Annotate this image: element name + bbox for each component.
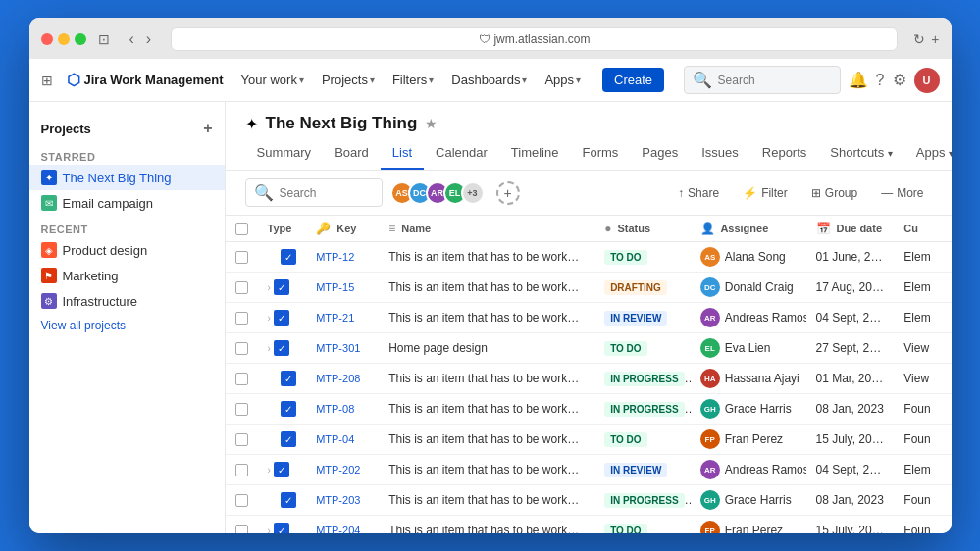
sidebar-item-email-campaign[interactable]: ✉ Email campaign [29, 190, 225, 216]
share-button[interactable]: ↑ Share [670, 182, 727, 204]
settings-icon[interactable]: ⚙ [893, 71, 906, 89]
close-button[interactable] [41, 33, 53, 45]
row-name-cell[interactable]: This is an item that has to be worked on [379, 394, 594, 425]
sidebar-toggle-icon[interactable]: ⊡ [98, 31, 110, 47]
add-member-button[interactable]: + [496, 181, 520, 205]
th-assignee[interactable]: 👤 Assignee [691, 216, 806, 242]
row-checkbox[interactable] [235, 281, 248, 294]
th-status[interactable]: ● Status [594, 216, 691, 242]
nav-projects[interactable]: Projects ▾ [314, 69, 383, 91]
status-badge[interactable]: IN REVIEW [604, 463, 667, 477]
status-badge[interactable]: IN REVIEW [604, 311, 667, 326]
help-icon[interactable]: ? [876, 72, 885, 89]
tab-reports[interactable]: Reports [750, 137, 819, 170]
group-button[interactable]: ⊞ Group [803, 182, 865, 204]
new-tab-icon[interactable]: + [931, 31, 939, 47]
row-checkbox[interactable] [235, 342, 248, 355]
th-extra[interactable]: Cu [894, 216, 951, 242]
issue-key[interactable]: MTP-204 [316, 525, 360, 533]
back-button[interactable]: ‹ [126, 28, 138, 50]
status-badge[interactable]: DRAFTING [604, 280, 667, 295]
avatar-count[interactable]: +3 [461, 181, 485, 205]
th-type[interactable]: Type [258, 216, 307, 242]
nav-apps[interactable]: Apps ▾ [537, 69, 589, 91]
tab-pages[interactable]: Pages [630, 137, 690, 170]
row-checkbox[interactable] [235, 525, 248, 534]
row-checkbox[interactable] [235, 373, 248, 385]
row-name-cell[interactable]: This is an item that has to be worked on [379, 273, 594, 303]
th-due-date[interactable]: 📅 Due date [806, 216, 895, 242]
row-name-cell[interactable]: Home page design [379, 333, 594, 364]
list-search-input[interactable] [280, 186, 374, 200]
status-badge[interactable]: IN PROGRESS [604, 402, 684, 417]
tab-timeline[interactable]: Timeline [499, 137, 571, 170]
nav-your-work[interactable]: Your work ▾ [233, 69, 312, 91]
nav-dashboards[interactable]: Dashboards ▾ [443, 69, 535, 91]
issue-key[interactable]: MTP-202 [316, 464, 360, 476]
tab-board[interactable]: Board [323, 137, 381, 170]
global-search[interactable]: 🔍 [684, 66, 841, 94]
row-checkbox[interactable] [235, 494, 248, 507]
tab-forms[interactable]: Forms [570, 137, 630, 170]
row-name-cell[interactable]: This is an item that has to be worked on [379, 242, 594, 273]
expand-arrow[interactable]: › [268, 526, 271, 534]
tab-summary[interactable]: Summary [245, 137, 324, 170]
row-checkbox[interactable] [235, 251, 248, 264]
th-key[interactable]: 🔑 Key [306, 216, 379, 242]
issue-key[interactable]: MTP-208 [316, 373, 360, 384]
issue-key[interactable]: MTP-21 [316, 312, 354, 324]
tab-shortcuts[interactable]: Shortcuts ▾ [818, 137, 904, 170]
tab-list[interactable]: List [381, 137, 424, 170]
status-badge[interactable]: TO DO [604, 341, 646, 356]
minimize-button[interactable] [58, 33, 70, 45]
tab-issues[interactable]: Issues [690, 137, 750, 170]
row-name-cell[interactable]: This is an item that has to be worked on [379, 303, 594, 333]
user-avatar[interactable]: U [914, 68, 940, 93]
more-button[interactable]: — More [873, 182, 931, 204]
status-badge[interactable]: TO DO [604, 432, 646, 447]
issue-key[interactable]: MTP-12 [316, 251, 354, 263]
expand-arrow[interactable]: › [268, 465, 271, 476]
row-checkbox[interactable] [235, 433, 248, 446]
row-name-cell[interactable]: This is an item that has to be worked on [379, 485, 594, 516]
search-input[interactable] [718, 74, 832, 87]
sidebar-item-marketing[interactable]: ⚑ Marketing [29, 263, 225, 288]
tab-calendar[interactable]: Calendar [424, 137, 499, 170]
tab-apps[interactable]: Apps ▾ [904, 137, 952, 170]
row-checkbox[interactable] [235, 403, 248, 416]
refresh-icon[interactable]: ↻ [913, 31, 925, 47]
expand-arrow[interactable]: › [268, 313, 271, 324]
maximize-button[interactable] [75, 33, 86, 45]
issue-key[interactable]: MTP-08 [316, 403, 354, 415]
address-bar[interactable]: 🛡 jwm.atlassian.com [171, 27, 898, 51]
grid-icon[interactable]: ⊞ [41, 73, 53, 88]
status-badge[interactable]: TO DO [604, 250, 646, 265]
status-badge[interactable]: TO DO [604, 524, 646, 534]
row-name-cell[interactable]: This is an item that has to be worked on [379, 425, 594, 455]
status-badge[interactable]: IN PROGRESS [604, 493, 684, 508]
view-all-projects[interactable]: View all projects [29, 314, 225, 337]
row-checkbox[interactable] [235, 464, 248, 476]
sidebar-item-product-design[interactable]: ◈ Product design [29, 237, 225, 263]
list-search[interactable]: 🔍 [245, 178, 383, 207]
sidebar-item-the-next-big-thing[interactable]: ✦ The Next Big Thing [29, 165, 225, 190]
select-all-checkbox[interactable] [235, 223, 248, 235]
issue-key[interactable]: MTP-301 [316, 342, 360, 354]
th-name[interactable]: ≡ Name [379, 216, 594, 242]
nav-filters[interactable]: Filters ▾ [385, 69, 441, 91]
add-project-button[interactable]: + [203, 120, 212, 137]
forward-button[interactable]: › [142, 28, 155, 50]
sidebar-item-infrastructure[interactable]: ⚙ Infrastructure [29, 288, 225, 314]
issue-key[interactable]: MTP-15 [316, 281, 354, 293]
issue-key[interactable]: MTP-203 [316, 494, 360, 506]
star-icon[interactable]: ★ [425, 116, 438, 131]
row-name-cell[interactable]: This is an item that has to be worked on [379, 364, 594, 394]
status-badge[interactable]: IN PROGRESS [604, 372, 684, 386]
expand-arrow[interactable]: › [268, 282, 271, 293]
row-name-cell[interactable]: This is an item that has to be worked on [379, 516, 594, 534]
expand-arrow[interactable]: › [268, 343, 271, 354]
create-button[interactable]: Create [602, 68, 664, 92]
row-name-cell[interactable]: This is an item that has to be worked on [379, 455, 594, 485]
filter-button[interactable]: ⚡ Filter [735, 182, 796, 204]
issue-key[interactable]: MTP-04 [316, 433, 354, 445]
